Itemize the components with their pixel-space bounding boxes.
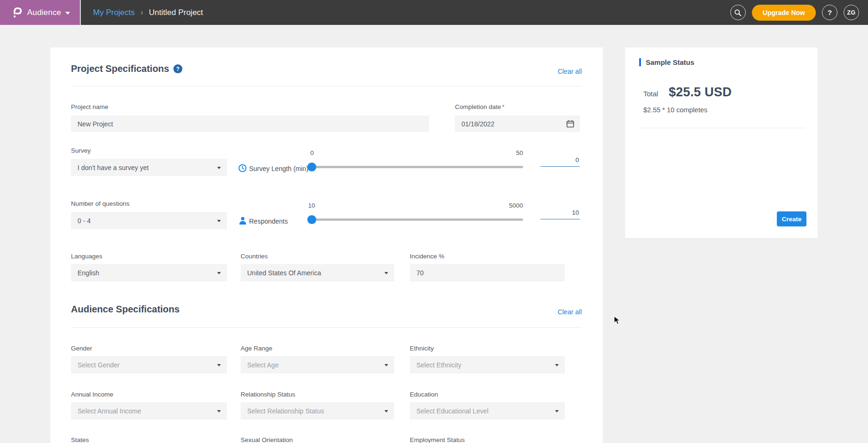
user-avatar[interactable]: ZG [844,5,859,20]
price-breakdown: $2.55 * 10 completes [643,106,707,114]
incidence-input[interactable] [410,264,565,281]
sample-status-title: Sample Status [646,58,694,66]
employment-status-label: Employment Status [410,436,465,443]
survey-select-value: I don't have a survey yet [78,164,149,171]
completion-date-label: Completion date* [455,103,505,110]
chevron-down-icon [555,410,559,412]
chevron-down-icon [217,220,221,222]
chevron-down-icon [217,364,221,366]
chevron-down-icon [217,410,221,412]
gender-placeholder: Select Gender [78,361,120,369]
respondents-slider-thumb[interactable] [307,215,316,224]
project-name-label: Project name [71,103,109,110]
completion-date-field [455,116,580,132]
topbar-actions: Upgrade Now ? ZG [730,5,868,21]
chevron-down-icon [384,410,388,412]
audience-specifications-heading: Audience Specifications [71,304,180,315]
project-specifications-heading: Project Specifications [71,63,169,74]
sample-status-header: Sample Status [639,58,694,66]
sexual-orientation-label: Sexual Orientation [241,436,293,443]
completion-date-input[interactable] [455,116,566,132]
languages-value: English [78,269,99,277]
annual-income-select[interactable]: Select Annual Income [71,402,227,420]
chevron-down-icon [217,272,221,274]
age-range-select[interactable]: Select Age [241,356,394,373]
number-of-questions-value: 0 - 4 [78,217,91,225]
help-button[interactable]: ? [822,5,837,20]
respondents-value-input[interactable] [540,207,580,219]
survey-label: Survey [71,147,91,154]
gender-select[interactable]: Select Gender [71,356,227,373]
total-label: Total [643,90,658,98]
pollfish-logo-icon [10,6,23,19]
project-specs-clear-all-link[interactable]: Clear all [558,68,582,75]
audience-specifications-title: Audience Specifications [71,304,180,315]
survey-length-value-input[interactable] [540,155,580,167]
countries-select[interactable]: United States Of America [241,264,394,281]
clock-icon [238,164,247,172]
survey-select[interactable]: I don't have a survey yet [71,159,227,176]
ethnicity-label: Ethnicity [410,345,434,352]
person-icon [239,217,247,225]
countries-value: United States Of America [247,269,321,277]
education-select[interactable]: Select Educational Level [410,402,565,420]
number-of-questions-label: Number of questions [71,200,130,207]
relationship-status-placeholder: Select Relationship Status [247,407,324,415]
chevron-down-icon [217,167,221,169]
education-label: Education [410,391,438,398]
education-placeholder: Select Educational Level [416,407,488,415]
incidence-label: Incidence % [410,253,445,260]
divider [71,327,582,328]
number-of-questions-select[interactable]: 0 - 4 [71,212,227,229]
survey-length-label: Survey Length (min) [249,165,308,172]
search-icon [734,9,742,16]
divider [71,86,582,86]
respondents-max: 5000 [492,202,523,209]
age-range-label: Age Range [241,345,273,352]
survey-length-slider-track[interactable] [308,166,523,168]
age-range-placeholder: Select Age [247,361,279,369]
ethnicity-placeholder: Select Ethnicity [416,361,461,369]
project-specs-help-icon[interactable]: ? [173,64,182,73]
chevron-down-icon [65,12,70,15]
accent-bar [639,58,641,66]
annual-income-label: Annual Income [71,391,113,398]
upgrade-now-button[interactable]: Upgrade Now [752,5,816,21]
sample-status-card: Sample Status Total $25.5 USD $2.55 * 10… [625,47,818,238]
required-asterisk: * [502,103,504,110]
chevron-down-icon [384,364,388,366]
breadcrumb-my-projects[interactable]: My Projects [93,8,135,17]
relationship-status-select[interactable]: Select Relationship Status [241,402,394,420]
question-mark-icon: ? [828,8,832,16]
respondents-slider-track[interactable] [308,218,523,221]
relationship-status-label: Relationship Status [241,391,295,398]
breadcrumb-separator-icon: › [141,8,143,17]
create-button[interactable]: Create [777,211,806,226]
search-button[interactable] [730,5,746,20]
ethnicity-select[interactable]: Select Ethnicity [410,356,565,373]
audience-specs-clear-all-link[interactable]: Clear all [558,308,582,316]
chevron-down-icon [384,272,388,274]
survey-length-max: 50 [506,149,523,156]
languages-label: Languages [71,253,102,260]
countries-label: Countries [241,253,268,260]
total-price: $25.5 USD [669,85,732,100]
project-form-card: Project Specifications ? Clear all Proje… [50,47,603,443]
survey-length-min: 0 [308,149,316,156]
product-switcher[interactable]: Audience [0,0,81,25]
respondents-min: 10 [305,202,319,209]
chevron-down-icon [555,364,559,366]
respondents-label: Respondents [249,218,288,225]
avatar-initials: ZG [847,9,856,16]
breadcrumb: My Projects › Untitled Project [93,8,203,17]
breadcrumb-current: Untitled Project [149,8,203,17]
languages-select[interactable]: English [71,264,227,281]
product-name: Audience [27,8,62,17]
divider [639,128,805,128]
project-name-input[interactable] [71,116,429,132]
project-specifications-title: Project Specifications ? [71,63,182,74]
calendar-icon[interactable] [566,120,574,128]
survey-length-slider-thumb[interactable] [307,163,316,171]
mouse-cursor [614,316,622,325]
top-nav-bar: Audience My Projects › Untitled Project … [0,0,868,25]
